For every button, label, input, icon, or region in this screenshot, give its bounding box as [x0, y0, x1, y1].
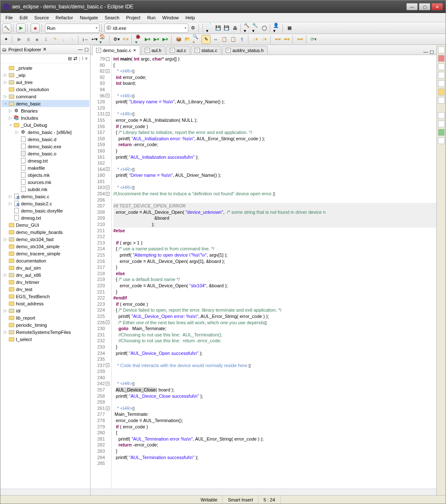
tree-item[interactable]: ▷drv_aul_x86 — [1, 271, 89, 278]
search-view-icon[interactable] — [438, 80, 445, 87]
disconnect-icon[interactable]: ⤓ — [42, 36, 50, 43]
save-all-icon[interactable]: 💾 — [223, 24, 230, 32]
persp2-icon[interactable] — [438, 121, 445, 127]
editor-min-icon[interactable]: — — [423, 49, 428, 55]
coverage-icon[interactable]: ▶▾ — [153, 36, 160, 43]
tree-item[interactable]: ▷demo_basic2.c — [1, 200, 89, 207]
outline-icon[interactable] — [438, 47, 445, 53]
tree-item[interactable]: ▷demo_stx104_fast — [1, 236, 89, 243]
print-icon[interactable]: 🖶 — [231, 24, 239, 32]
edit-mode-icon[interactable]: ✎ — [201, 35, 211, 44]
back-icon[interactable]: ⬅▾ — [274, 36, 282, 43]
tree-item[interactable]: ▷command — [1, 93, 89, 100]
doc2-icon[interactable]: 📋 — [230, 36, 237, 43]
task-icon[interactable] — [438, 55, 445, 62]
doc1-icon[interactable]: 📋 — [221, 36, 228, 43]
menu-run[interactable]: Run — [144, 14, 159, 21]
menu-window[interactable]: Window — [159, 14, 182, 21]
step-over-icon[interactable]: ↷ — [51, 36, 58, 43]
editor-tab[interactable]: cdemo_basic.c ✕ — [92, 45, 140, 55]
tree-item[interactable]: objects.mk — [1, 171, 89, 178]
tree-item[interactable]: makefile — [1, 164, 89, 171]
package-icon[interactable]: 📦 — [175, 36, 183, 43]
tree[interactable]: _private▷_wip▷aul_treeclock_resolution▷c… — [0, 63, 90, 488]
new-icon[interactable]: 📄▾ — [206, 24, 214, 32]
step-into-icon[interactable]: ↓ — [60, 36, 67, 43]
tree-item[interactable]: lib_report — [1, 314, 89, 321]
menu-file[interactable]: File — [2, 14, 16, 21]
collapse-icon[interactable]: ⊟ — [68, 56, 72, 61]
pilcrow-icon[interactable]: ¶ — [238, 36, 246, 43]
editor-tab[interactable]: haul.h — [141, 46, 165, 55]
tree-item[interactable]: clock_resolution — [1, 86, 89, 93]
run2-icon[interactable]: ▶▾ — [144, 36, 151, 43]
tree-item[interactable]: ▿_Out_Debug — [1, 121, 89, 129]
step-return-icon[interactable]: ↑ — [68, 36, 76, 43]
tree-item[interactable]: t_select — [1, 336, 89, 343]
tree-item[interactable]: demo_multiple_boards — [1, 228, 89, 236]
persp3-icon[interactable] — [438, 129, 445, 136]
editor-tab[interactable]: cstatus.c — [191, 46, 221, 55]
close-button[interactable]: ✕ — [431, 3, 443, 10]
editor[interactable]: 79-8082+92939496+128129131+1551561571581… — [91, 55, 436, 488]
persp1-icon[interactable] — [438, 112, 445, 119]
code[interactable]: int main( int argc, char* argv[] ){ * <H… — [112, 55, 436, 488]
profile-icon[interactable]: 👤▾ — [273, 24, 281, 32]
tree-item[interactable]: ▷aul_tree — [1, 79, 89, 86]
menu-refactor[interactable]: Refactor — [52, 14, 77, 21]
tree-item[interactable]: demo_basic.doxyfile — [1, 207, 89, 214]
tree-item[interactable]: drv_test — [1, 286, 89, 293]
progress-icon[interactable] — [438, 89, 445, 95]
tree-item[interactable]: drv_hrtimer — [1, 278, 89, 286]
pause-icon[interactable]: ⏸ — [24, 36, 32, 43]
forward-icon[interactable]: ➡▾ — [283, 36, 290, 43]
tree-item[interactable]: ▷⚙Binaries — [1, 107, 89, 114]
profile2-icon[interactable]: ▶▾ — [162, 36, 169, 43]
editor-max-icon[interactable]: ▢ — [430, 49, 434, 55]
tree-item[interactable]: documentation — [1, 257, 89, 264]
tree-item[interactable]: ▿demo_basic — [1, 100, 89, 107]
menu-source[interactable]: Source — [31, 14, 52, 21]
find-icon[interactable]: 🔍▾ — [193, 36, 200, 43]
menu-navigate[interactable]: Navigate — [76, 14, 101, 21]
persp4-icon[interactable] — [438, 137, 445, 144]
up-arrow-icon[interactable]: ↕▾ — [252, 36, 259, 43]
open-icon[interactable]: 📂 — [184, 36, 191, 43]
run-mode-select[interactable]: Run▾ — [45, 24, 99, 33]
tree-item[interactable]: demo_basic.exe — [1, 143, 89, 150]
project-explorer-header[interactable]: 🗂 Project Explorer ✕ — ▢ — [0, 45, 90, 54]
menu-edit[interactable]: Edit — [16, 14, 31, 21]
tree-item[interactable]: ▷⚙demo_basic - [x86/le] — [1, 129, 89, 136]
editor-hscroll[interactable] — [91, 488, 436, 495]
tree-item[interactable]: ▷_wip — [1, 71, 89, 79]
menu-search[interactable]: Search — [102, 14, 123, 21]
tree-item[interactable]: ▷📚Includes — [1, 114, 89, 121]
problems-icon[interactable] — [438, 63, 445, 70]
filter-icon[interactable]: ⁝ — [82, 56, 83, 61]
tree-item[interactable]: dmesg.txt — [1, 214, 89, 221]
editor-tab[interactable]: hauldrv_status.h — [222, 46, 268, 55]
tree-item[interactable]: ▷demo_basic.c — [1, 193, 89, 200]
tree-item[interactable]: drv_aul_sim — [1, 264, 89, 271]
wand-icon[interactable]: ✦ — [2, 36, 10, 43]
target-icon[interactable]: ◯ — [261, 24, 268, 32]
menu-project[interactable]: Project — [123, 14, 143, 21]
tree-item[interactable]: ▷RemoteSystemsTempFiles — [1, 328, 89, 336]
tree-item[interactable]: ▷idi — [1, 307, 89, 314]
nav-back-icon[interactable]: ⬅▾ — [296, 36, 304, 43]
stop-button[interactable]: ■ — [31, 24, 40, 33]
tree-item[interactable]: dmesg.txt — [1, 157, 89, 164]
resume-icon[interactable]: ▶ — [16, 36, 23, 43]
tree-item[interactable]: subdir.mk — [1, 186, 89, 193]
maximize-button[interactable]: ▢ — [419, 3, 430, 10]
view-menu-icon[interactable]: ▿ — [85, 56, 88, 61]
tree-item[interactable]: host_address — [1, 300, 89, 307]
maximize-view-icon[interactable]: ▢ — [84, 47, 89, 52]
build-hammer-icon[interactable]: 🔨▾ — [244, 24, 251, 32]
minimize-view-icon[interactable]: — — [78, 47, 83, 52]
debug-icon[interactable]: 🐞▾ — [135, 36, 143, 43]
perspective-icon[interactable]: ▦ — [286, 24, 293, 32]
home-icon[interactable]: 🏠▾ — [99, 36, 107, 43]
gutter[interactable]: 79-8082+92939496+128129131+1551561571581… — [91, 55, 112, 488]
instr-icon[interactable]: i→ — [82, 36, 89, 43]
